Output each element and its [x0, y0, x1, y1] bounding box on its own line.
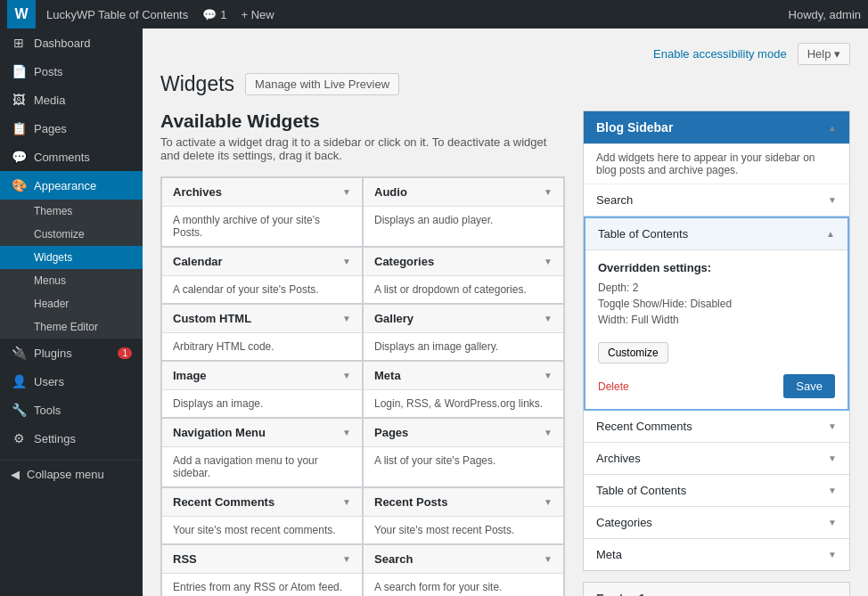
chevron-down-icon: ▼ [544, 371, 553, 380]
sidebar-widget-header[interactable]: Recent Comments ▼ [584, 411, 849, 442]
site-name: LuckyWP Table of Contents [46, 8, 188, 21]
widget-header-rss[interactable]: RSS ▼ [162, 545, 362, 574]
save-widget-button[interactable]: Save [783, 374, 835, 398]
chevron-down-icon: ▼ [828, 195, 837, 205]
sidebar-item-pages[interactable]: 📋 Pages [0, 114, 143, 143]
sidebar-widget-header[interactable]: Archives ▼ [584, 443, 849, 474]
sidebar-item-widgets[interactable]: Widgets [0, 246, 143, 269]
sidebar-widget-header-toc[interactable]: Table of Contents ▲ [585, 218, 848, 249]
sidebar-item-customize[interactable]: Customize [0, 223, 143, 246]
sidebar-item-header[interactable]: Header [0, 292, 143, 315]
sidebar-item-media[interactable]: 🖼 Media [0, 86, 143, 114]
sidebar-item-settings[interactable]: ⚙ Settings [0, 424, 143, 453]
widget-title: Recent Posts [374, 495, 447, 509]
widget-header-archives[interactable]: Archives ▼ [162, 178, 362, 207]
sidebar-item-dashboard[interactable]: ⊞ Dashboard [0, 29, 143, 57]
delete-widget-link[interactable]: Delete [598, 380, 629, 393]
widget-desc: A monthly archive of your site's Posts. [162, 207, 362, 246]
site-name-link[interactable]: LuckyWP Table of Contents [39, 8, 195, 21]
chevron-up-icon: ▲ [828, 123, 837, 133]
widget-header-audio[interactable]: Audio ▼ [364, 178, 563, 207]
sidebar-widget-header[interactable]: Table of Contents ▼ [584, 475, 849, 506]
sidebar-widget-body: Overridden settings: Depth: 2 Togqle Sho… [585, 249, 848, 409]
sidebar-widget-header[interactable]: Search ▼ [584, 184, 849, 216]
comments-link[interactable]: 💬 1 [195, 8, 233, 21]
chevron-down-icon: ▼ [828, 486, 837, 495]
sidebar-item-plugins[interactable]: 🔌 Plugins 1 [0, 339, 143, 367]
chevron-down-icon: ▼ [342, 187, 351, 197]
collapse-arrow-icon: ◀ [11, 468, 20, 481]
width-detail: Width: Full Width [598, 314, 835, 326]
widget-desc: Displays an image. [162, 390, 362, 417]
blog-sidebar-title: Blog Sidebar [596, 120, 673, 135]
manage-live-preview-button[interactable]: Manage with Live Preview [245, 73, 399, 95]
widget-title: Calendar [173, 255, 223, 268]
pages-icon: 📋 [11, 121, 27, 135]
widget-header-gallery[interactable]: Gallery ▼ [364, 305, 563, 333]
sidebar-widget-title: Recent Comments [596, 420, 692, 433]
blog-sidebar-header[interactable]: Blog Sidebar ▲ [584, 111, 849, 144]
sidebar-item-label: Pages [34, 122, 67, 135]
sidebar-item-users[interactable]: 👤 Users [0, 367, 143, 396]
chevron-down-icon: ▼ [544, 314, 553, 323]
widget-header-calendar[interactable]: Calendar ▼ [162, 248, 362, 276]
widget-item: Custom HTML ▼ Arbitrary HTML code. [162, 305, 362, 360]
chevron-down-icon: ▼ [544, 497, 553, 507]
page-title: Widgets [160, 72, 234, 96]
widget-header-image[interactable]: Image ▼ [162, 362, 362, 390]
widget-desc: A calendar of your site's Posts. [162, 276, 362, 303]
widget-item: Recent Comments ▼ Your site's most recen… [162, 488, 362, 543]
sidebar-item-posts[interactable]: 📄 Posts [0, 57, 143, 86]
widget-header-recent-posts[interactable]: Recent Posts ▼ [364, 488, 563, 517]
widget-header-custom-html[interactable]: Custom HTML ▼ [162, 305, 362, 333]
sidebar-item-tools[interactable]: 🔧 Tools [0, 396, 143, 424]
collapse-menu-button[interactable]: ◀ Collapse menu [0, 460, 143, 488]
widget-item: Pages ▼ A list of your site's Pages. [364, 419, 563, 486]
widget-header-recent-comments[interactable]: Recent Comments ▼ [162, 488, 362, 517]
sidebar-widget-header[interactable]: Meta ▼ [584, 539, 849, 570]
widget-header-search[interactable]: Search ▼ [364, 545, 563, 574]
widget-header-meta[interactable]: Meta ▼ [364, 362, 563, 390]
widget-header-nav-menu[interactable]: Navigation Menu ▼ [162, 419, 362, 447]
chevron-down-icon: ▼ [342, 428, 351, 437]
sidebar-item-appearance[interactable]: 🎨 Appearance [0, 171, 143, 200]
sidebar-item-theme-editor[interactable]: Theme Editor [0, 315, 143, 339]
dashboard-icon: ⊞ [11, 36, 27, 50]
chevron-down-icon: ▼ [342, 554, 351, 564]
sidebar-item-menus[interactable]: Menus [0, 269, 143, 292]
sidebar-item-label: Dashboard [34, 37, 91, 50]
sidebar-widget-recent-comments: Recent Comments ▼ [584, 411, 849, 443]
chevron-down-icon: ▼ [342, 314, 351, 323]
widget-header-pages[interactable]: Pages ▼ [364, 419, 563, 447]
widget-title: Navigation Menu [173, 426, 266, 439]
available-widgets-section: Available Widgets To activate a widget d… [160, 110, 565, 596]
accessibility-link[interactable]: Enable accessibility mode [653, 47, 787, 61]
plugins-icon: 🔌 [11, 346, 27, 360]
customize-label: Customize [34, 228, 85, 241]
sidebar-item-themes[interactable]: Themes [0, 200, 143, 223]
widget-header-categories[interactable]: Categories ▼ [364, 248, 563, 276]
new-label: + New [241, 8, 274, 21]
sidebar-widget-title: Search [596, 193, 633, 207]
sidebar-item-label: Users [34, 375, 64, 388]
available-widgets-title: Available Widgets [160, 110, 565, 132]
plugins-badge: 1 [118, 347, 132, 359]
wp-logo: W [7, 0, 36, 29]
widget-title: Search [374, 552, 413, 566]
sidebar-widget-header[interactable]: Categories ▼ [584, 507, 849, 538]
customize-widget-button[interactable]: Customize [598, 342, 668, 363]
overridden-title: Overridden settings: [598, 261, 835, 274]
page-header: Widgets Manage with Live Preview [160, 72, 850, 96]
sidebar-widget-toc: Table of Contents ▲ Overridden settings:… [584, 216, 849, 411]
widget-title: Gallery [374, 312, 414, 325]
sidebar-item-comments[interactable]: 💬 Comments [0, 143, 143, 171]
help-button[interactable]: Help ▾ [798, 43, 850, 65]
themes-label: Themes [34, 205, 72, 217]
sidebar-widget-title: Meta [596, 548, 622, 561]
widget-item: Archives ▼ A monthly archive of your sit… [162, 178, 362, 246]
new-content-link[interactable]: + New [233, 8, 281, 21]
admin-menu: ⊞ Dashboard 📄 Posts 🖼 Media 📋 Pages 💬 Co… [0, 29, 143, 596]
widget-item: Categories ▼ A list or dropdown of categ… [364, 248, 563, 303]
footer-sidebar-header[interactable]: Footer 1 ▼ [584, 583, 849, 596]
sidebar-widget-archives: Archives ▼ [584, 443, 849, 475]
